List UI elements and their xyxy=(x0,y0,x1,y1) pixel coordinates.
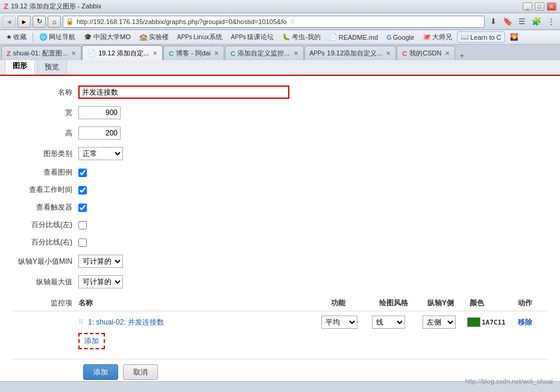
forward-button[interactable]: ► xyxy=(17,16,31,28)
bookmark-mooc[interactable]: 🎓中国大学MO xyxy=(80,31,134,43)
tab-label-3: 添加自定义监控... xyxy=(238,49,289,58)
separator xyxy=(33,33,33,42)
add-item-button[interactable]: 添加 xyxy=(78,333,105,349)
watermark: http://blog.csdn.net/aoli_shuai xyxy=(465,378,553,385)
monitor-section: 监控项 名称 功能 绘图风格 纵轴Y侧 颜色 动作 ⠿ 1: s xyxy=(12,296,548,349)
monitor-section-label: 监控项 xyxy=(12,298,78,308)
height-input[interactable] xyxy=(78,126,121,140)
percentile-left-checkbox[interactable] xyxy=(78,221,87,229)
ymin-select[interactable]: 可计算的 固定 条目 xyxy=(78,255,123,268)
title-bar: Z 19.12 添加自定义图形 - Zabbix _ □ ✕ xyxy=(0,0,560,13)
tab-blog[interactable]: C 博客 - 阿dai ✕ xyxy=(163,46,224,60)
address-star: ☆ xyxy=(289,17,295,25)
extensions-button[interactable]: 🧩 xyxy=(530,16,543,28)
tab-label-1: 19.12 添加自定... xyxy=(98,49,149,58)
tab-label-2: 博客 - 阿dai xyxy=(176,49,210,58)
minimize-button[interactable]: _ xyxy=(523,2,532,11)
bookmark-google[interactable]: GGoogle xyxy=(383,32,418,43)
worktime-row: 查看工作时间 xyxy=(12,185,548,195)
name-label: 名称 xyxy=(12,87,78,98)
tab-add-graph[interactable]: 📄 19.12 添加自定... ✕ xyxy=(82,45,163,60)
item-style-select[interactable]: 线 填充区域 粗线 点 xyxy=(372,316,405,329)
new-tab-button[interactable]: + xyxy=(456,52,468,60)
tab-adddef[interactable]: APPs 19.12添加自定义... ✕ xyxy=(304,46,397,60)
drag-handle-icon: ⠿ xyxy=(78,319,83,326)
height-row: 高 xyxy=(12,126,548,140)
settings-button[interactable]: ☰ xyxy=(515,16,529,28)
tab-favicon-3: C xyxy=(230,50,235,57)
color-text: 1A7C11 xyxy=(482,319,506,326)
tab-close-1[interactable]: ✕ xyxy=(153,50,157,57)
ymax-select[interactable]: 可计算的 固定 条目 xyxy=(78,275,123,288)
add-button[interactable]: 添加 xyxy=(83,364,118,380)
content-area: 图形 预览 名称 宽 高 图形类别 正 xyxy=(0,60,560,381)
download-button[interactable]: ⬇ xyxy=(486,16,500,28)
col-header-name: 名称 xyxy=(78,298,331,308)
percentile-right-row: 百分比线(右) xyxy=(12,237,548,247)
bookmark-dashixiong[interactable]: 🐙大师兄 xyxy=(419,31,456,43)
triggers-checkbox[interactable] xyxy=(78,204,87,212)
bookmarks-bar: ★ 收藏 🌐网址导航 🎓中国大学MO 🏫实验楼 APPsLinux系统 APPs… xyxy=(0,30,560,45)
item-func-select[interactable]: 平均 最小 最大 全部 xyxy=(321,316,357,329)
monitor-table-header: 监控项 名称 功能 绘图风格 纵轴Y侧 颜色 动作 xyxy=(12,296,548,311)
item-cols: ⠿ 1: shuai-02: 并发连接数 平均 最小 最大 全部 xyxy=(78,316,548,329)
tab-close-2[interactable]: ✕ xyxy=(214,50,219,57)
tab-preview[interactable]: 预览 xyxy=(37,60,67,75)
item-func-cell: 平均 最小 最大 全部 xyxy=(321,316,370,329)
home-button[interactable]: ⌂ xyxy=(48,16,61,28)
tab-shuai01[interactable]: Z shuai-01: 配置图... ✕ xyxy=(1,46,81,60)
maximize-button[interactable]: □ xyxy=(535,2,544,11)
type-label: 图形类别 xyxy=(12,149,78,159)
bookmark-nav[interactable]: 🌐网址导航 xyxy=(36,31,79,43)
tab-favicon-0: Z xyxy=(7,50,11,57)
more-button[interactable]: ⋮ xyxy=(544,16,558,28)
percentile-right-checkbox[interactable] xyxy=(78,238,87,247)
tab-addmonitor[interactable]: C 添加自定义监控... ✕ xyxy=(225,46,303,60)
table-row: ⠿ 1: shuai-02: 并发连接数 平均 最小 最大 全部 xyxy=(12,314,548,331)
tab-favicon-4: APPs xyxy=(310,50,325,57)
worktime-checkbox[interactable] xyxy=(78,186,87,194)
tab-close-0[interactable]: ✕ xyxy=(71,50,76,57)
width-input[interactable] xyxy=(78,106,121,119)
bookmark-forum[interactable]: APPs猿课论坛 xyxy=(227,31,277,43)
reload-button[interactable]: ↻ xyxy=(33,16,46,28)
address-text: http://192.168.176.135/zabbix/graphs.php… xyxy=(77,18,287,25)
back-button[interactable]: ◄ xyxy=(2,16,16,28)
page-tabs: 图形 预览 xyxy=(0,60,560,76)
remove-link[interactable]: 移除 xyxy=(518,318,532,326)
tab-close-5[interactable]: ✕ xyxy=(445,50,450,57)
triggers-label: 查看触发器 xyxy=(12,202,78,213)
name-input[interactable] xyxy=(78,86,289,99)
tab-favicon-2: C xyxy=(169,50,174,57)
color-swatch[interactable] xyxy=(467,317,480,327)
tab-close-3[interactable]: ✕ xyxy=(294,50,298,57)
type-row: 图形类别 正常 堆积 饼图 分解饼图 xyxy=(12,147,548,160)
bookmark-lab[interactable]: 🏫实验楼 xyxy=(136,31,172,43)
bookmark-linux[interactable]: APPsLinux系统 xyxy=(174,31,226,43)
item-name-link[interactable]: 1: shuai-02: 并发连接数 xyxy=(88,317,319,328)
worktime-label: 查看工作时间 xyxy=(12,185,78,195)
ymin-row: 纵轴Y最小值MIN 可计算的 固定 条目 xyxy=(12,255,548,268)
close-button[interactable]: ✕ xyxy=(547,2,556,11)
tab-favicon-1: 📄 xyxy=(87,49,96,57)
tab-graph[interactable]: 图形 xyxy=(5,60,35,75)
tab-csdn[interactable]: C 我的CSDN ✕ xyxy=(397,46,455,60)
bookmark-more[interactable]: 🌄 xyxy=(506,31,522,43)
legend-checkbox[interactable] xyxy=(78,169,87,177)
percentile-right-label: 百分比线(右) xyxy=(12,237,78,247)
item-yaxis-select[interactable]: 左侧 右侧 xyxy=(423,316,456,329)
cancel-button[interactable]: 取消 xyxy=(123,364,158,380)
bookmark-star[interactable]: ★ 收藏 xyxy=(2,31,30,43)
bookmark-learntoc[interactable]: 📖Learn to C xyxy=(457,31,505,43)
bookmark-kaochu[interactable]: 🐛考虫-我的 xyxy=(278,31,324,43)
tab-close-4[interactable]: ✕ xyxy=(386,50,391,57)
nav-bar: ◄ ► ↻ ⌂ 🔒 http://192.168.176.135/zabbix/… xyxy=(0,13,560,30)
tab-label-5: 我的CSDN xyxy=(409,49,441,58)
bookmark-readme[interactable]: 📄README.md xyxy=(326,31,382,43)
address-bar[interactable]: 🔒 http://192.168.176.135/zabbix/graphs.p… xyxy=(63,16,485,28)
item-style-cell: 线 填充区域 粗线 点 xyxy=(372,316,420,329)
form-content: 名称 宽 高 图形类别 正常 堆积 饼图 分解饼图 xyxy=(0,76,560,381)
bookmark-button[interactable]: 🔖 xyxy=(501,16,514,28)
type-select[interactable]: 正常 堆积 饼图 分解饼图 xyxy=(78,147,123,160)
item-yaxis-cell: 左侧 右侧 xyxy=(423,316,465,329)
